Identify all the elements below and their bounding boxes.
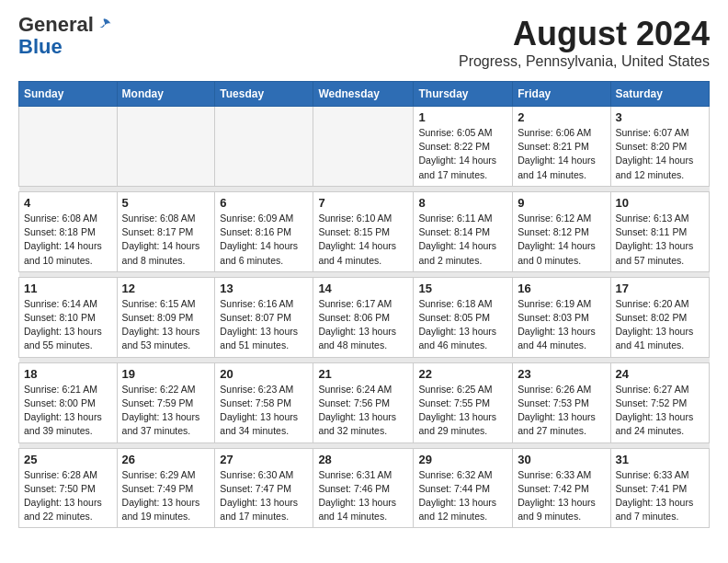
weekday-header-wednesday: Wednesday	[313, 82, 414, 107]
weekday-header-saturday: Saturday	[610, 82, 710, 107]
calendar-cell: 19Sunrise: 6:22 AMSunset: 7:59 PMDayligh…	[117, 362, 215, 442]
weekday-header-sunday: Sunday	[19, 82, 118, 107]
day-number: 10	[616, 196, 705, 210]
day-number: 4	[24, 196, 112, 210]
day-number: 7	[318, 196, 408, 210]
day-number: 31	[616, 453, 705, 466]
day-info: Sunrise: 6:33 AMSunset: 7:42 PMDaylight:…	[518, 468, 605, 524]
day-info: Sunrise: 6:30 AMSunset: 7:47 PMDaylight:…	[220, 468, 308, 524]
calendar-cell: 18Sunrise: 6:21 AMSunset: 8:00 PMDayligh…	[19, 362, 118, 442]
day-number: 6	[220, 196, 308, 210]
day-number: 30	[518, 453, 605, 466]
calendar-cell: 9Sunrise: 6:12 AMSunset: 8:12 PMDaylight…	[513, 191, 610, 271]
day-info: Sunrise: 6:13 AMSunset: 8:11 PMDaylight:…	[616, 212, 705, 268]
day-number: 27	[220, 453, 308, 466]
calendar-week-row: 4Sunrise: 6:08 AMSunset: 8:18 PMDaylight…	[19, 191, 710, 271]
calendar-cell: 17Sunrise: 6:20 AMSunset: 8:02 PMDayligh…	[610, 277, 710, 357]
calendar-cell: 27Sunrise: 6:30 AMSunset: 7:47 PMDayligh…	[215, 448, 313, 528]
weekday-header-tuesday: Tuesday	[215, 82, 313, 107]
weekday-header-friday: Friday	[513, 82, 610, 107]
calendar-week-row: 18Sunrise: 6:21 AMSunset: 8:00 PMDayligh…	[19, 362, 710, 442]
day-number: 22	[418, 367, 507, 381]
day-info: Sunrise: 6:17 AMSunset: 8:06 PMDaylight:…	[318, 297, 408, 353]
calendar-cell: 28Sunrise: 6:31 AMSunset: 7:46 PMDayligh…	[313, 448, 414, 528]
day-info: Sunrise: 6:14 AMSunset: 8:10 PMDaylight:…	[24, 297, 112, 353]
day-number: 5	[122, 196, 210, 210]
calendar-cell: 5Sunrise: 6:08 AMSunset: 8:17 PMDaylight…	[117, 191, 215, 271]
day-number: 20	[220, 367, 308, 381]
location-subtitle: Progress, Pennsylvania, United States	[459, 53, 710, 70]
day-info: Sunrise: 6:15 AMSunset: 8:09 PMDaylight:…	[122, 297, 210, 353]
day-info: Sunrise: 6:31 AMSunset: 7:46 PMDaylight:…	[318, 468, 408, 524]
calendar-cell: 22Sunrise: 6:25 AMSunset: 7:55 PMDayligh…	[414, 362, 513, 442]
day-number: 24	[616, 367, 705, 381]
calendar-cell: 13Sunrise: 6:16 AMSunset: 8:07 PMDayligh…	[215, 277, 313, 357]
day-info: Sunrise: 6:33 AMSunset: 7:41 PMDaylight:…	[616, 468, 705, 524]
day-info: Sunrise: 6:07 AMSunset: 8:20 PMDaylight:…	[616, 126, 705, 182]
calendar-cell: 16Sunrise: 6:19 AMSunset: 8:03 PMDayligh…	[513, 277, 610, 357]
calendar-cell: 7Sunrise: 6:10 AMSunset: 8:15 PMDaylight…	[313, 191, 414, 271]
day-info: Sunrise: 6:28 AMSunset: 7:50 PMDaylight:…	[24, 468, 112, 524]
day-number: 29	[418, 453, 507, 466]
day-info: Sunrise: 6:08 AMSunset: 8:18 PMDaylight:…	[24, 212, 112, 268]
calendar-cell	[313, 107, 414, 187]
day-number: 16	[518, 282, 605, 295]
day-number: 2	[518, 110, 605, 124]
calendar-cell: 11Sunrise: 6:14 AMSunset: 8:10 PMDayligh…	[19, 277, 118, 357]
day-info: Sunrise: 6:12 AMSunset: 8:12 PMDaylight:…	[518, 212, 605, 268]
weekday-header-monday: Monday	[117, 82, 215, 107]
day-info: Sunrise: 6:24 AMSunset: 7:56 PMDaylight:…	[318, 383, 408, 439]
day-info: Sunrise: 6:21 AMSunset: 8:00 PMDaylight:…	[24, 383, 112, 439]
page-header: General Blue August 2024 Progress, Penns…	[18, 15, 710, 70]
calendar-cell: 4Sunrise: 6:08 AMSunset: 8:18 PMDaylight…	[19, 191, 118, 271]
calendar-cell: 3Sunrise: 6:07 AMSunset: 8:20 PMDaylight…	[610, 107, 710, 187]
day-number: 23	[518, 367, 605, 381]
day-number: 9	[518, 196, 605, 210]
calendar-cell: 26Sunrise: 6:29 AMSunset: 7:49 PMDayligh…	[117, 448, 215, 528]
day-info: Sunrise: 6:27 AMSunset: 7:52 PMDaylight:…	[616, 383, 705, 439]
day-info: Sunrise: 6:20 AMSunset: 8:02 PMDaylight:…	[616, 297, 705, 353]
month-year-title: August 2024	[459, 15, 710, 53]
calendar-cell: 25Sunrise: 6:28 AMSunset: 7:50 PMDayligh…	[19, 448, 118, 528]
calendar-week-row: 25Sunrise: 6:28 AMSunset: 7:50 PMDayligh…	[19, 448, 710, 528]
day-number: 12	[122, 282, 210, 295]
day-info: Sunrise: 6:08 AMSunset: 8:17 PMDaylight:…	[122, 212, 210, 268]
day-number: 13	[220, 282, 308, 295]
day-info: Sunrise: 6:11 AMSunset: 8:14 PMDaylight:…	[418, 212, 507, 268]
day-number: 8	[418, 196, 507, 210]
day-info: Sunrise: 6:18 AMSunset: 8:05 PMDaylight:…	[418, 297, 507, 353]
day-info: Sunrise: 6:06 AMSunset: 8:21 PMDaylight:…	[518, 126, 605, 182]
day-info: Sunrise: 6:09 AMSunset: 8:16 PMDaylight:…	[220, 212, 308, 268]
day-info: Sunrise: 6:25 AMSunset: 7:55 PMDaylight:…	[418, 383, 507, 439]
day-info: Sunrise: 6:05 AMSunset: 8:22 PMDaylight:…	[418, 126, 507, 182]
day-number: 18	[24, 367, 112, 381]
calendar-cell: 21Sunrise: 6:24 AMSunset: 7:56 PMDayligh…	[313, 362, 414, 442]
day-number: 14	[318, 282, 408, 295]
calendar-cell: 10Sunrise: 6:13 AMSunset: 8:11 PMDayligh…	[610, 191, 710, 271]
day-number: 15	[418, 282, 507, 295]
day-number: 1	[418, 110, 507, 124]
calendar-cell: 14Sunrise: 6:17 AMSunset: 8:06 PMDayligh…	[313, 277, 414, 357]
calendar-cell: 24Sunrise: 6:27 AMSunset: 7:52 PMDayligh…	[610, 362, 710, 442]
day-info: Sunrise: 6:23 AMSunset: 7:58 PMDaylight:…	[220, 383, 308, 439]
calendar-week-row: 1Sunrise: 6:05 AMSunset: 8:22 PMDaylight…	[19, 107, 710, 187]
day-number: 19	[122, 367, 210, 381]
day-number: 17	[616, 282, 705, 295]
day-info: Sunrise: 6:26 AMSunset: 7:53 PMDaylight:…	[518, 383, 605, 439]
logo-general-text: General	[18, 15, 94, 35]
calendar-cell	[215, 107, 313, 187]
calendar-cell: 2Sunrise: 6:06 AMSunset: 8:21 PMDaylight…	[513, 107, 610, 187]
title-section: August 2024 Progress, Pennsylvania, Unit…	[459, 15, 710, 70]
day-number: 25	[24, 453, 112, 466]
day-number: 3	[616, 110, 705, 124]
calendar-cell	[117, 107, 215, 187]
calendar-cell: 31Sunrise: 6:33 AMSunset: 7:41 PMDayligh…	[610, 448, 710, 528]
day-info: Sunrise: 6:19 AMSunset: 8:03 PMDaylight:…	[518, 297, 605, 353]
day-info: Sunrise: 6:32 AMSunset: 7:44 PMDaylight:…	[418, 468, 507, 524]
calendar-week-row: 11Sunrise: 6:14 AMSunset: 8:10 PMDayligh…	[19, 277, 710, 357]
logo: General Blue	[18, 15, 112, 59]
calendar-cell: 1Sunrise: 6:05 AMSunset: 8:22 PMDaylight…	[414, 107, 513, 187]
calendar-cell: 30Sunrise: 6:33 AMSunset: 7:42 PMDayligh…	[513, 448, 610, 528]
weekday-header-row: SundayMondayTuesdayWednesdayThursdayFrid…	[19, 82, 710, 107]
day-number: 28	[318, 453, 408, 466]
